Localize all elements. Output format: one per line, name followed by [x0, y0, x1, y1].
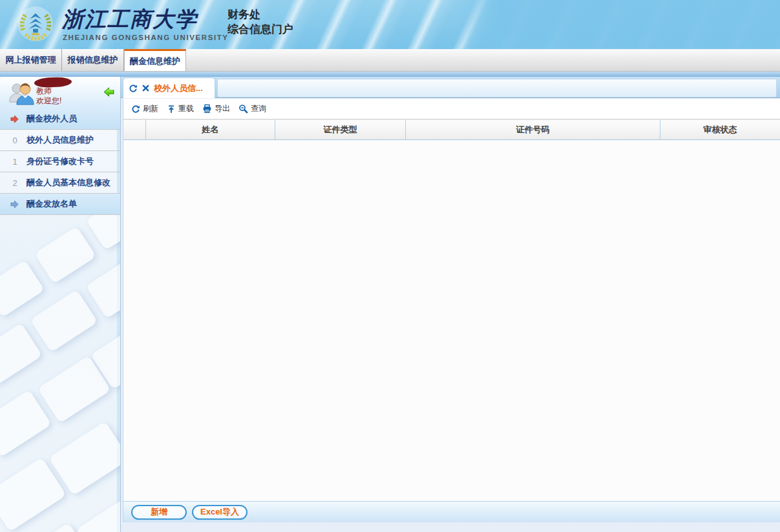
user-panel: 教师 欢迎您!	[0, 77, 120, 109]
sidebar-item-label: 校外人员信息维护	[26, 134, 94, 146]
sidebar: 教师 欢迎您! 酬金校外人员 0 校外人员信息维护	[0, 77, 121, 532]
column-header-audit-status[interactable]: 审核状态	[660, 120, 780, 139]
add-new-button[interactable]: 新增	[131, 505, 187, 520]
sidebar-item-id-card-update[interactable]: 1 身份证号修改卡号	[0, 151, 120, 172]
primary-tab-bar: 网上报销管理 报销信息维护 酬金信息维护	[0, 49, 780, 72]
app-window: 浙江工商大学 ZHEJIANG GONGSHANG UNIVERSITY 财务处…	[0, 0, 780, 532]
university-seal-logo	[17, 5, 54, 45]
tab-strip-empty-area	[217, 79, 777, 97]
red-arrow-icon	[10, 115, 19, 123]
sidebar-menu: 酬金校外人员 0 校外人员信息维护 1 身份证号修改卡号 2 酬金人员基本信息修…	[0, 108, 120, 215]
tab-remuneration-info[interactable]: 酬金信息维护	[124, 49, 186, 71]
sidebar-item-basic-info-update[interactable]: 2 酬金人员基本信息修改	[0, 172, 120, 194]
menu-index: 1	[10, 157, 19, 167]
collapse-sidebar-arrow-icon[interactable]	[103, 87, 114, 99]
page-header: 浙江工商大学 ZHEJIANG GONGSHANG UNIVERSITY 财务处…	[0, 0, 780, 50]
column-header-selector[interactable]	[123, 120, 146, 139]
divider-band	[0, 72, 780, 77]
query-button[interactable]: 查询	[236, 103, 269, 114]
dept-name: 财务处	[227, 7, 293, 22]
user-greeting: 欢迎您!	[36, 96, 61, 106]
workspace-tab-bar: 校外人员信...	[121, 77, 780, 98]
column-header-name[interactable]: 姓名	[146, 120, 275, 139]
university-name-cn: 浙江工商大学	[62, 5, 211, 34]
sidebar-item-label: 酬金人员基本信息修改	[26, 177, 111, 189]
reload-button[interactable]: 重载	[164, 103, 196, 114]
sidebar-item-payment-roster[interactable]: 酬金发放名单	[0, 194, 120, 215]
excel-import-button[interactable]: Excel导入	[192, 505, 248, 520]
workspace-tab-label: 校外人员信...	[154, 83, 203, 94]
grid-toolbar: 刷新 重载 导出	[123, 99, 780, 119]
university-name-en: ZHEJIANG GONGSHANG UNIVERSITY	[63, 34, 229, 41]
export-button[interactable]: 导出	[200, 103, 233, 114]
menu-index: 2	[10, 178, 19, 188]
two-users-avatar-icon	[8, 81, 36, 105]
user-role: 教师	[36, 87, 61, 96]
portal-title: 财务处 综合信息门户	[227, 7, 293, 37]
portal-subtitle: 综合信息门户	[227, 22, 293, 37]
menu-index: 0	[10, 136, 19, 145]
column-header-id-number[interactable]: 证件号码	[406, 120, 660, 139]
refresh-button[interactable]: 刷新	[129, 103, 161, 114]
tab-refresh-icon[interactable]	[129, 84, 138, 93]
redacted-username-scribble	[34, 77, 70, 87]
table-header-row: 姓名 证件类型 证件号码 审核状态	[123, 119, 780, 140]
tab-online-reimbursement[interactable]: 网上报销管理	[0, 49, 62, 71]
tab-close-icon[interactable]	[142, 85, 149, 92]
refresh-icon	[131, 105, 140, 114]
sidebar-item-label: 酬金发放名单	[26, 198, 77, 210]
column-header-id-type[interactable]: 证件类型	[275, 120, 406, 139]
sidebar-item-label: 酬金校外人员	[26, 113, 77, 125]
workspace: 校外人员信... 刷新	[121, 77, 780, 532]
export-printer-icon	[202, 104, 212, 114]
tab-reimbursement-info[interactable]: 报销信息维护	[62, 49, 124, 71]
table-body-empty[interactable]	[123, 140, 780, 501]
sidebar-item-external-staff-info[interactable]: 0 校外人员信息维护	[0, 130, 120, 151]
data-grid-panel: 刷新 重载 导出	[123, 99, 780, 522]
sidebar-item-label: 身份证号修改卡号	[26, 156, 94, 167]
reload-icon	[167, 105, 176, 114]
sidebar-item-remuneration-external-staff[interactable]: 酬金校外人员	[0, 108, 120, 130]
search-icon	[238, 104, 248, 114]
blue-arrow-icon	[10, 200, 19, 209]
grid-footer-bar: 新增 Excel导入	[123, 501, 780, 522]
workspace-active-tab[interactable]: 校外人员信...	[123, 77, 215, 98]
